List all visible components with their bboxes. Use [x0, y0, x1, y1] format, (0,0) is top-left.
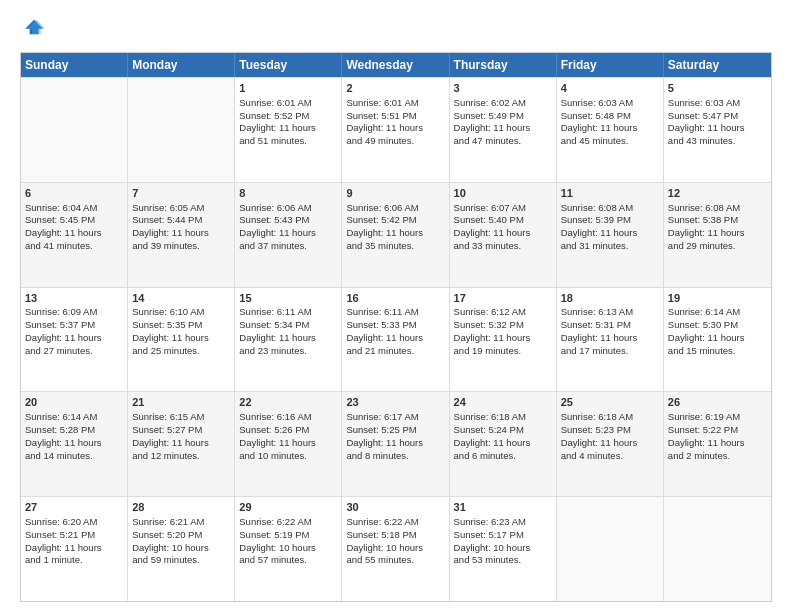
- day-number: 3: [454, 81, 552, 96]
- header-day-thursday: Thursday: [450, 53, 557, 77]
- day-number: 12: [668, 186, 767, 201]
- day-number: 9: [346, 186, 444, 201]
- day-number: 27: [25, 500, 123, 515]
- day-number: 11: [561, 186, 659, 201]
- logo: [20, 16, 48, 42]
- cell-line: and 12 minutes.: [132, 450, 230, 463]
- cell-line: Sunset: 5:30 PM: [668, 319, 767, 332]
- header-day-tuesday: Tuesday: [235, 53, 342, 77]
- cal-cell: 30Sunrise: 6:22 AMSunset: 5:18 PMDayligh…: [342, 497, 449, 601]
- cell-line: Sunrise: 6:01 AM: [346, 97, 444, 110]
- cal-cell: 8Sunrise: 6:06 AMSunset: 5:43 PMDaylight…: [235, 183, 342, 287]
- cell-line: and 49 minutes.: [346, 135, 444, 148]
- cell-line: and 33 minutes.: [454, 240, 552, 253]
- cell-line: Sunset: 5:38 PM: [668, 214, 767, 227]
- cell-line: and 23 minutes.: [239, 345, 337, 358]
- day-number: 14: [132, 291, 230, 306]
- cal-cell: 9Sunrise: 6:06 AMSunset: 5:42 PMDaylight…: [342, 183, 449, 287]
- cell-line: Sunset: 5:32 PM: [454, 319, 552, 332]
- cell-line: Daylight: 11 hours: [668, 122, 767, 135]
- cal-cell: 24Sunrise: 6:18 AMSunset: 5:24 PMDayligh…: [450, 392, 557, 496]
- cell-line: Sunrise: 6:14 AM: [668, 306, 767, 319]
- cal-cell: [664, 497, 771, 601]
- day-number: 1: [239, 81, 337, 96]
- cell-line: and 1 minute.: [25, 554, 123, 567]
- cell-line: Sunset: 5:48 PM: [561, 110, 659, 123]
- cell-line: Sunrise: 6:18 AM: [561, 411, 659, 424]
- cell-line: Sunrise: 6:09 AM: [25, 306, 123, 319]
- cell-line: and 41 minutes.: [25, 240, 123, 253]
- cell-line: Daylight: 11 hours: [346, 122, 444, 135]
- cal-cell: 28Sunrise: 6:21 AMSunset: 5:20 PMDayligh…: [128, 497, 235, 601]
- day-number: 16: [346, 291, 444, 306]
- cal-cell: 12Sunrise: 6:08 AMSunset: 5:38 PMDayligh…: [664, 183, 771, 287]
- cell-line: and 19 minutes.: [454, 345, 552, 358]
- cal-cell: 27Sunrise: 6:20 AMSunset: 5:21 PMDayligh…: [21, 497, 128, 601]
- day-number: 26: [668, 395, 767, 410]
- cell-line: Sunset: 5:19 PM: [239, 529, 337, 542]
- cell-line: and 14 minutes.: [25, 450, 123, 463]
- cell-line: Sunrise: 6:08 AM: [561, 202, 659, 215]
- cal-cell: 4Sunrise: 6:03 AMSunset: 5:48 PMDaylight…: [557, 78, 664, 182]
- cell-line: Sunrise: 6:18 AM: [454, 411, 552, 424]
- day-number: 23: [346, 395, 444, 410]
- cal-cell: 19Sunrise: 6:14 AMSunset: 5:30 PMDayligh…: [664, 288, 771, 392]
- cell-line: Sunset: 5:28 PM: [25, 424, 123, 437]
- cell-line: Sunset: 5:24 PM: [454, 424, 552, 437]
- cal-cell: 6Sunrise: 6:04 AMSunset: 5:45 PMDaylight…: [21, 183, 128, 287]
- cell-line: Daylight: 11 hours: [25, 227, 123, 240]
- cal-cell: 29Sunrise: 6:22 AMSunset: 5:19 PMDayligh…: [235, 497, 342, 601]
- cell-line: and 17 minutes.: [561, 345, 659, 358]
- cal-cell: 17Sunrise: 6:12 AMSunset: 5:32 PMDayligh…: [450, 288, 557, 392]
- cal-cell: 31Sunrise: 6:23 AMSunset: 5:17 PMDayligh…: [450, 497, 557, 601]
- header-day-saturday: Saturday: [664, 53, 771, 77]
- cell-line: Sunrise: 6:03 AM: [668, 97, 767, 110]
- cell-line: Daylight: 11 hours: [346, 437, 444, 450]
- cell-line: Sunrise: 6:02 AM: [454, 97, 552, 110]
- cell-line: Daylight: 11 hours: [239, 227, 337, 240]
- cell-line: Sunset: 5:18 PM: [346, 529, 444, 542]
- cal-cell: 5Sunrise: 6:03 AMSunset: 5:47 PMDaylight…: [664, 78, 771, 182]
- cell-line: Daylight: 11 hours: [132, 332, 230, 345]
- cell-line: Sunrise: 6:17 AM: [346, 411, 444, 424]
- cal-cell: [557, 497, 664, 601]
- cell-line: and 4 minutes.: [561, 450, 659, 463]
- cell-line: Daylight: 11 hours: [454, 332, 552, 345]
- day-number: 8: [239, 186, 337, 201]
- cal-cell: 18Sunrise: 6:13 AMSunset: 5:31 PMDayligh…: [557, 288, 664, 392]
- header-day-sunday: Sunday: [21, 53, 128, 77]
- cell-line: Sunrise: 6:16 AM: [239, 411, 337, 424]
- cal-cell: 1Sunrise: 6:01 AMSunset: 5:52 PMDaylight…: [235, 78, 342, 182]
- cell-line: Sunset: 5:26 PM: [239, 424, 337, 437]
- cell-line: Sunrise: 6:14 AM: [25, 411, 123, 424]
- cell-line: Sunset: 5:44 PM: [132, 214, 230, 227]
- cell-line: Sunset: 5:49 PM: [454, 110, 552, 123]
- cell-line: Sunrise: 6:05 AM: [132, 202, 230, 215]
- cell-line: Sunrise: 6:11 AM: [239, 306, 337, 319]
- cell-line: and 37 minutes.: [239, 240, 337, 253]
- week-row-3: 20Sunrise: 6:14 AMSunset: 5:28 PMDayligh…: [21, 391, 771, 496]
- cell-line: Sunrise: 6:04 AM: [25, 202, 123, 215]
- calendar: SundayMondayTuesdayWednesdayThursdayFrid…: [20, 52, 772, 602]
- cell-line: and 51 minutes.: [239, 135, 337, 148]
- page: SundayMondayTuesdayWednesdayThursdayFrid…: [0, 0, 792, 612]
- week-row-1: 6Sunrise: 6:04 AMSunset: 5:45 PMDaylight…: [21, 182, 771, 287]
- cell-line: and 10 minutes.: [239, 450, 337, 463]
- week-row-0: 1Sunrise: 6:01 AMSunset: 5:52 PMDaylight…: [21, 77, 771, 182]
- cell-line: Daylight: 11 hours: [239, 437, 337, 450]
- cell-line: Daylight: 11 hours: [239, 122, 337, 135]
- cell-line: Daylight: 11 hours: [561, 227, 659, 240]
- cell-line: and 8 minutes.: [346, 450, 444, 463]
- cell-line: and 15 minutes.: [668, 345, 767, 358]
- cal-cell: 26Sunrise: 6:19 AMSunset: 5:22 PMDayligh…: [664, 392, 771, 496]
- cal-cell: 10Sunrise: 6:07 AMSunset: 5:40 PMDayligh…: [450, 183, 557, 287]
- calendar-header: SundayMondayTuesdayWednesdayThursdayFrid…: [21, 53, 771, 77]
- cell-line: Sunrise: 6:23 AM: [454, 516, 552, 529]
- header-day-wednesday: Wednesday: [342, 53, 449, 77]
- cal-cell: 7Sunrise: 6:05 AMSunset: 5:44 PMDaylight…: [128, 183, 235, 287]
- cell-line: and 25 minutes.: [132, 345, 230, 358]
- cell-line: and 57 minutes.: [239, 554, 337, 567]
- cell-line: and 55 minutes.: [346, 554, 444, 567]
- cell-line: Daylight: 11 hours: [454, 437, 552, 450]
- day-number: 10: [454, 186, 552, 201]
